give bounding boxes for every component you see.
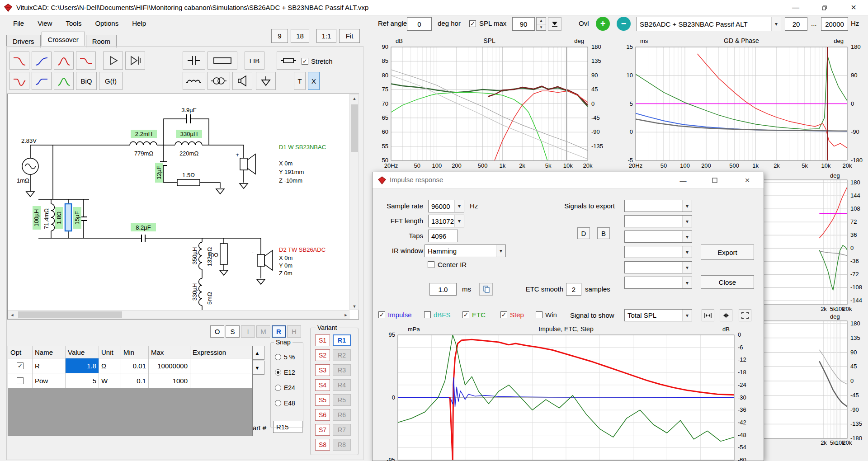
dialog-minimize-button[interactable]: — — [675, 174, 691, 186]
mode-button-o[interactable]: O — [210, 325, 224, 338]
radio-e24[interactable] — [275, 385, 281, 391]
schematic-canvas[interactable]: 2.83V 1mΩ 2.2mH 779mΩ 330µH 220mΩ 3.9µF … — [8, 94, 349, 310]
table-cell-name-row1[interactable]: Pow — [33, 373, 66, 388]
table-cell-opt-row1[interactable] — [8, 373, 33, 388]
fft-length-combo[interactable]: 131072▾ — [428, 215, 464, 227]
export-d-button[interactable]: D — [577, 227, 590, 239]
resistor-10ohm[interactable] — [220, 244, 227, 264]
stretch-checkbox[interactable]: ✓ — [302, 58, 308, 65]
snap-option-e24[interactable]: E24 — [275, 384, 302, 392]
export-signal-combo-4[interactable]: ▾ — [624, 246, 692, 258]
auto-scale-button[interactable] — [548, 17, 561, 31]
zoom-button-9[interactable]: 9 — [271, 29, 288, 43]
spl-max-spinner[interactable]: ▲ ▼ — [536, 17, 546, 31]
shelf-block-button[interactable] — [76, 52, 96, 70]
sample-rate-combo[interactable]: 96000▾ — [428, 200, 464, 212]
mode-button-r[interactable]: R — [272, 325, 286, 338]
resistor-1-5ohm[interactable] — [177, 179, 200, 186]
toggle-etc-checkbox[interactable]: ✓ — [462, 311, 469, 318]
combo-arrow-icon[interactable]: ▾ — [682, 200, 692, 212]
driver-button[interactable] — [232, 72, 252, 90]
minimize-button[interactable]: — — [781, 0, 810, 15]
table-cell-value-row1[interactable]: 5 — [66, 373, 99, 388]
capacitor-8-2uF[interactable] — [142, 235, 145, 242]
table-cell-expression-row0[interactable] — [190, 358, 252, 373]
biquad-button[interactable]: BiQ — [76, 72, 97, 90]
radio-e48[interactable] — [275, 400, 281, 406]
scroll-down-icon[interactable]: ▼ — [350, 302, 359, 310]
freq-min-input[interactable]: 20 — [785, 17, 807, 31]
table-cell-max-row0[interactable]: 10000000 — [149, 358, 190, 373]
variant-s-button-s5[interactable]: S5 — [315, 394, 330, 406]
spin-down-icon[interactable]: ▼ — [537, 24, 546, 30]
variant-s-button-s1[interactable]: S1 — [315, 334, 330, 346]
delay-block-button[interactable] — [125, 52, 145, 70]
spl-max-checkbox[interactable]: ✓ — [469, 20, 476, 27]
scroll-right-icon[interactable]: ► — [342, 310, 350, 320]
radio-5%[interactable] — [275, 354, 281, 360]
inductor-button[interactable] — [183, 72, 205, 90]
transfer-function-button[interactable]: G(f) — [99, 72, 123, 90]
bandpass-block-button[interactable] — [54, 52, 74, 70]
text-tool-button[interactable]: T — [294, 72, 306, 90]
driver-d1-symbol[interactable] — [240, 154, 255, 174]
variant-s-button-s4[interactable]: S4 — [315, 379, 330, 391]
spin-up-icon[interactable]: ▲ — [537, 18, 546, 24]
export-signal-combo-5[interactable]: ▾ — [624, 261, 692, 273]
etc-smooth-input[interactable]: 2 — [566, 283, 581, 296]
combo-arrow-icon[interactable]: ▾ — [682, 310, 692, 321]
expand-x-button[interactable] — [720, 309, 732, 321]
table-cell-expression-row1[interactable] — [190, 373, 252, 388]
table-cell-opt-row0[interactable]: ✓ — [8, 358, 33, 373]
freq-max-input[interactable]: 20000 — [821, 17, 848, 31]
transformer-button[interactable] — [208, 72, 230, 90]
delete-tool-button[interactable]: X — [308, 72, 320, 90]
mode-button-s[interactable]: S — [226, 325, 240, 338]
resistor-button[interactable] — [208, 52, 237, 70]
dialog-maximize-button[interactable] — [707, 174, 722, 186]
project-combo[interactable]: SB26ADC + SB23NBAC Passif ALT ▾ — [637, 17, 781, 31]
tab-crossover[interactable]: Crossover — [42, 32, 85, 46]
combo-arrow-icon[interactable]: ▾ — [682, 262, 692, 273]
table-cell-unit-row1[interactable]: W — [99, 373, 121, 388]
export-signal-combo-3[interactable]: ▾ — [624, 230, 692, 243]
toggle-win-checkbox[interactable] — [536, 311, 542, 318]
snap-option-e12[interactable]: E12 — [275, 369, 302, 377]
peak-block-button[interactable] — [54, 72, 74, 90]
ref-angle-input[interactable]: 0 — [407, 17, 432, 31]
export-signal-combo-2[interactable]: ▾ — [624, 215, 692, 227]
variant-r-button-r1[interactable]: R1 — [333, 334, 351, 346]
signal-to-show-combo[interactable]: Total SPL▾ — [624, 309, 692, 321]
menu-file[interactable]: File — [6, 15, 31, 32]
variant-s-button-s2[interactable]: S2 — [315, 349, 330, 361]
spl-max-input[interactable]: 90 — [512, 17, 535, 31]
zoom-button-18[interactable]: 18 — [291, 29, 309, 43]
close-button[interactable]: × — [839, 0, 868, 15]
taps-input[interactable]: 4096 — [428, 230, 458, 242]
highpass-block-button[interactable] — [32, 52, 52, 70]
table-cell-min-row1[interactable]: 0.1 — [121, 373, 149, 388]
export-b-button[interactable]: B — [597, 227, 610, 239]
opt-checkbox-row0[interactable]: ✓ — [17, 362, 24, 369]
tab-room[interactable]: Room — [86, 35, 117, 47]
center-ir-checkbox[interactable] — [428, 261, 434, 268]
lowpass2-button[interactable] — [9, 72, 29, 90]
fullscreen-button[interactable] — [739, 309, 751, 321]
buffer-button[interactable] — [103, 52, 123, 70]
export-button[interactable]: Export — [701, 245, 754, 260]
radio-e12[interactable] — [275, 369, 281, 376]
variant-s-button-s6[interactable]: S6 — [315, 409, 330, 421]
lowpass-block-button[interactable] — [9, 52, 29, 70]
ir-delay-input[interactable]: 1.0 — [429, 283, 457, 296]
table-cell-value-row0[interactable]: 1.8 — [66, 358, 99, 373]
snap-option-e48[interactable]: E48 — [275, 400, 302, 408]
menu-tools[interactable]: Tools — [59, 15, 88, 32]
combo-arrow-icon[interactable]: ▾ — [496, 245, 505, 257]
table-cell-unit-row0[interactable]: Ω — [99, 358, 121, 373]
zoom-button-fit[interactable]: Fit — [339, 29, 360, 43]
toggle-impulse-checkbox[interactable]: ✓ — [378, 311, 385, 318]
inductor-2-2mH[interactable] — [130, 142, 157, 146]
capacitor-button[interactable] — [183, 52, 205, 70]
close-dialog-button[interactable]: Close — [701, 275, 754, 289]
scroll-left-icon[interactable]: ◄ — [8, 310, 16, 320]
